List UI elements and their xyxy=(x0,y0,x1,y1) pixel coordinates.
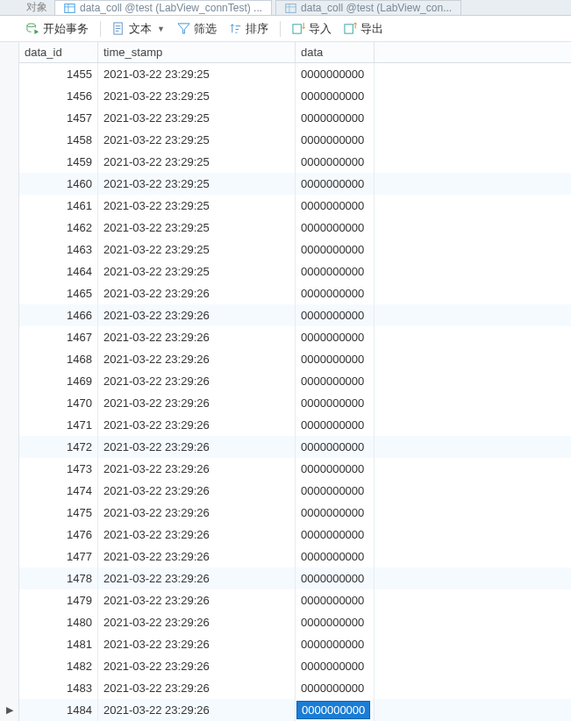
selected-cell-value[interactable]: 0000000000 xyxy=(296,701,370,719)
table-row[interactable]: 14782021-03-22 23:29:260000000000 xyxy=(0,567,571,589)
table-row[interactable]: 14832021-03-22 23:29:260000000000 xyxy=(0,677,571,699)
table-row[interactable]: 14802021-03-22 23:29:260000000000 xyxy=(0,611,571,633)
cell-data[interactable]: 0000000000 xyxy=(296,107,375,129)
cell-id[interactable]: 1468 xyxy=(19,348,98,370)
table-row[interactable]: 14592021-03-22 23:29:250000000000 xyxy=(0,151,571,173)
cell-ts[interactable]: 2021-03-22 23:29:26 xyxy=(98,348,296,370)
cell-id[interactable]: 1457 xyxy=(19,107,98,129)
cell-ts[interactable]: 2021-03-22 23:29:26 xyxy=(98,655,296,677)
table-row[interactable]: 14632021-03-22 23:29:250000000000 xyxy=(0,239,571,261)
column-header-ts[interactable]: time_stamp xyxy=(98,42,296,62)
cell-data[interactable]: 0000000000 xyxy=(296,655,375,677)
cell-id[interactable]: 1482 xyxy=(19,655,98,677)
cell-ts[interactable]: 2021-03-22 23:29:25 xyxy=(98,63,296,85)
cell-id[interactable]: 1456 xyxy=(19,85,98,107)
cell-data[interactable]: 0000000000 xyxy=(296,611,375,633)
cell-ts[interactable]: 2021-03-22 23:29:25 xyxy=(98,151,296,173)
cell-ts[interactable]: 2021-03-22 23:29:26 xyxy=(98,436,296,458)
table-row[interactable]: 14822021-03-22 23:29:260000000000 xyxy=(0,655,571,677)
cell-ts[interactable]: 2021-03-22 23:29:25 xyxy=(98,239,296,261)
row-gutter[interactable] xyxy=(0,611,19,633)
table-row[interactable]: 14602021-03-22 23:29:250000000000 xyxy=(0,173,571,195)
cell-data[interactable]: 0000000000 xyxy=(296,239,375,261)
cell-data[interactable]: 0000000000 xyxy=(296,85,375,107)
cell-ts[interactable]: 2021-03-22 23:29:25 xyxy=(98,107,296,129)
cell-ts[interactable]: 2021-03-22 23:29:26 xyxy=(98,480,296,502)
cell-id[interactable]: 1479 xyxy=(19,589,98,611)
cell-ts[interactable]: 2021-03-22 23:29:26 xyxy=(98,502,296,524)
row-gutter[interactable] xyxy=(0,546,19,567)
table-row[interactable]: 14752021-03-22 23:29:260000000000 xyxy=(0,502,571,524)
row-gutter[interactable] xyxy=(0,458,19,480)
cell-data[interactable]: 0000000000 xyxy=(296,261,375,282)
cell-data[interactable]: 0000000000 xyxy=(296,633,375,655)
cell-data[interactable]: 0000000000 xyxy=(296,63,375,85)
text-button[interactable]: 文本 ▼ xyxy=(109,19,168,39)
cell-id[interactable]: 1478 xyxy=(19,567,98,589)
cell-ts[interactable]: 2021-03-22 23:29:26 xyxy=(98,546,296,567)
table-row[interactable]: 14652021-03-22 23:29:260000000000 xyxy=(0,282,571,304)
cell-id[interactable]: 1470 xyxy=(19,392,98,414)
row-gutter[interactable] xyxy=(0,217,19,239)
table-row[interactable]: 14552021-03-22 23:29:250000000000 xyxy=(0,63,571,85)
filter-button[interactable]: 筛选 xyxy=(174,19,220,39)
row-gutter[interactable] xyxy=(0,195,19,217)
row-gutter[interactable] xyxy=(0,326,19,348)
cell-id[interactable]: 1458 xyxy=(19,129,98,151)
cell-data[interactable]: 0000000000 xyxy=(296,414,375,436)
table-row[interactable]: 14732021-03-22 23:29:260000000000 xyxy=(0,458,571,480)
cell-ts[interactable]: 2021-03-22 23:29:26 xyxy=(98,589,296,611)
row-gutter[interactable] xyxy=(0,151,19,173)
cell-data[interactable]: 0000000000 xyxy=(296,217,375,239)
cell-ts[interactable]: 2021-03-22 23:29:26 xyxy=(98,699,296,721)
table-row[interactable]: 14762021-03-22 23:29:260000000000 xyxy=(0,524,571,546)
column-header-data[interactable]: data xyxy=(296,42,375,62)
cell-id[interactable]: 1466 xyxy=(19,304,98,326)
cell-data[interactable]: 0000000000 xyxy=(296,524,375,546)
cell-data[interactable]: 0000000000 xyxy=(296,304,375,326)
cell-id[interactable]: 1477 xyxy=(19,546,98,567)
cell-data[interactable]: 0000000000 xyxy=(296,567,375,589)
cell-data[interactable]: 0000000000 xyxy=(296,282,375,304)
cell-data[interactable]: 0000000000 xyxy=(296,326,375,348)
row-gutter[interactable] xyxy=(0,524,19,546)
cell-ts[interactable]: 2021-03-22 23:29:26 xyxy=(98,304,296,326)
cell-id[interactable]: 1471 xyxy=(19,414,98,436)
cell-data[interactable]: 0000000000 xyxy=(296,546,375,567)
row-gutter[interactable] xyxy=(0,304,19,326)
cell-id[interactable]: 1483 xyxy=(19,677,98,699)
table-row[interactable]: 14772021-03-22 23:29:260000000000 xyxy=(0,546,571,567)
row-gutter[interactable] xyxy=(0,239,19,261)
tab-inactive[interactable]: data_coll @test (LabView_con... xyxy=(275,0,461,16)
cell-ts[interactable]: 2021-03-22 23:29:25 xyxy=(98,195,296,217)
table-row[interactable]: 14572021-03-22 23:29:250000000000 xyxy=(0,107,571,129)
cell-data[interactable]: 0000000000 xyxy=(296,436,375,458)
cell-data[interactable]: 0000000000 xyxy=(296,173,375,195)
cell-id[interactable]: 1473 xyxy=(19,458,98,480)
column-header-id[interactable]: data_id xyxy=(19,42,98,62)
table-row[interactable]: 14812021-03-22 23:29:260000000000 xyxy=(0,633,571,655)
cell-ts[interactable]: 2021-03-22 23:29:25 xyxy=(98,129,296,151)
table-row[interactable]: 14622021-03-22 23:29:250000000000 xyxy=(0,217,571,239)
row-gutter[interactable] xyxy=(0,107,19,129)
row-gutter[interactable] xyxy=(0,655,19,677)
row-gutter[interactable] xyxy=(0,129,19,151)
cell-ts[interactable]: 2021-03-22 23:29:26 xyxy=(98,567,296,589)
cell-id[interactable]: 1480 xyxy=(19,611,98,633)
table-row[interactable]: 14672021-03-22 23:29:260000000000 xyxy=(0,326,571,348)
cell-id[interactable]: 1474 xyxy=(19,480,98,502)
cell-id[interactable]: 1463 xyxy=(19,239,98,261)
row-gutter[interactable] xyxy=(0,370,19,392)
cell-id[interactable]: 1484 xyxy=(19,699,98,721)
row-gutter[interactable] xyxy=(0,502,19,524)
cell-id[interactable]: 1459 xyxy=(19,151,98,173)
table-row[interactable]: 14612021-03-22 23:29:250000000000 xyxy=(0,195,571,217)
row-gutter[interactable] xyxy=(0,348,19,370)
cell-ts[interactable]: 2021-03-22 23:29:26 xyxy=(98,392,296,414)
cell-data[interactable]: 0000000000 xyxy=(296,370,375,392)
cell-data[interactable]: 0000000000 xyxy=(296,677,375,699)
cell-id[interactable]: 1469 xyxy=(19,370,98,392)
row-gutter[interactable]: ▶ xyxy=(0,699,19,721)
cell-ts[interactable]: 2021-03-22 23:29:26 xyxy=(98,611,296,633)
cell-data[interactable]: 0000000000 xyxy=(296,589,375,611)
